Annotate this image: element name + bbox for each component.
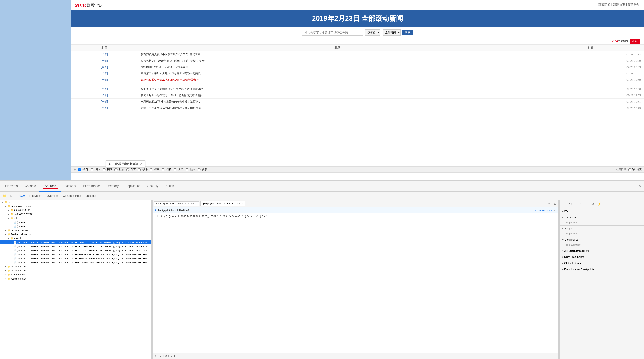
file-tree-item[interactable]: ▼📁news.sina.com.cn <box>0 204 151 208</box>
cat-society[interactable]: □社会 <box>114 168 124 171</box>
file-tree-item[interactable]: ▶📁d4.sina.com.cn <box>0 228 151 232</box>
tab-application[interactable]: Application <box>122 181 144 192</box>
xhr-breakpoints-header[interactable]: ▶ XHR/fetch Breakpoints <box>560 248 644 254</box>
news-cat[interactable]: [全部] <box>71 99 138 105</box>
prev-tab-button[interactable]: ‹‹ <box>548 202 550 206</box>
news-title[interactable]: 兴业矿业全资子公司银漫矿业发生20人遇难运输事故 <box>138 86 537 92</box>
tab-audits[interactable]: Audits <box>162 181 177 192</box>
cat-ent[interactable]: □娱乐 <box>138 168 148 171</box>
code-panel-expand-button[interactable]: ⊡ <box>554 202 557 206</box>
tab-sources[interactable]: Sources <box>39 181 61 192</box>
more-tabs-button[interactable]: ⋮ <box>632 183 636 189</box>
news-title[interactable]: "公摊面积"要取消了？这事儿没那么简单 <box>138 64 537 71</box>
cat-intl[interactable]: □国际 <box>102 168 112 171</box>
step-over-button[interactable]: ↷ <box>568 202 573 207</box>
toolbar-tab-content-scripts[interactable]: Content scripts <box>61 194 83 198</box>
settings-button[interactable]: ✕ <box>638 183 642 189</box>
pretty-show-link[interactable]: show <box>547 209 552 212</box>
code-tab-2-close[interactable]: ✕ <box>241 202 243 205</box>
pretty-never-link[interactable]: never <box>540 209 545 212</box>
news-title[interactable]: 锡林郭勒盟矿难致20人死30人伤 事故现场曝光(图) <box>138 77 537 83</box>
code-tab-1-close[interactable]: ✕ <box>195 203 197 205</box>
prev-day-link[interactable]: 往日回顾 <box>616 168 626 171</box>
refresh-button[interactable]: 刷新 <box>630 39 640 44</box>
cat-sports[interactable]: □体育 <box>126 168 136 171</box>
file-tree-item[interactable]: ▶📁268/2015/0112 <box>0 208 151 212</box>
watch-section-header[interactable]: ▶ Watch <box>560 208 644 214</box>
news-title[interactable]: 蔡奇第五次来到回天地区 与志愿者同劳动一起高歌 <box>138 71 537 77</box>
search-by-select[interactable]: 按标题 <box>365 29 380 36</box>
news-title[interactable]: 在迪士尼亚马逊围攻之下 Netflix能否稳住其市场地位 <box>138 92 537 99</box>
tab-security[interactable]: Security <box>144 181 162 192</box>
file-tree-item[interactable]: 📄get?pageid=153&lid=2509&k=&num=50&page=… <box>0 240 151 244</box>
news-title-link[interactable]: 一颗药丸卖11万 被抬上天价的安宫牛黄丸治百病？ <box>141 100 201 103</box>
cat-finance[interactable]: □财经 <box>174 168 183 171</box>
tab-elements[interactable]: Elements <box>2 181 21 192</box>
file-tree-item[interactable]: ▼📁api/roll <box>0 236 151 240</box>
toolbar-tab-overrides[interactable]: Overrides <box>45 194 60 198</box>
sina-nav-links[interactable]: 新浪新闻 | 新浪首页 | 新浪导航 <box>598 3 640 7</box>
scope-header[interactable]: ▼ Scope <box>560 226 644 231</box>
file-tree-item[interactable]: ▶📁n2.sinaimg.cn <box>0 277 151 281</box>
file-tree-item[interactable]: ▼📁top <box>0 200 151 204</box>
code-tab-2[interactable]: get?pageid=153&...=1550924012868 ✕ <box>200 201 245 206</box>
cat-military[interactable]: □军事 <box>150 168 160 171</box>
news-cat[interactable]: [全部] <box>71 52 138 58</box>
panel-menu-button[interactable]: ⋮ <box>637 193 642 198</box>
news-title-link[interactable]: 在迪士尼亚马逊围攻之下 Netflix能否稳住其市场地位 <box>141 94 203 97</box>
dom-breakpoints-header[interactable]: ▶ DOM Breakpoints <box>560 254 644 260</box>
tooltip-close-button[interactable]: ✕ <box>140 162 142 165</box>
file-tree-item[interactable]: ▼📁roll <box>0 216 151 220</box>
search-submit-button[interactable]: 搜索 <box>402 30 413 35</box>
sync-button[interactable]: ↻ <box>8 193 13 198</box>
file-tree-item[interactable]: 📄get?pageid=153&lid=2509&k=&num=50&page=… <box>0 244 151 248</box>
news-title-link[interactable]: 资管机构提醒:2019年 市场可能忽视了这个股票的机会 <box>141 59 205 62</box>
news-cat[interactable]: [全部] <box>71 64 138 71</box>
search-input[interactable] <box>302 30 364 36</box>
pause-exceptions-button[interactable]: ⚡ <box>596 202 602 207</box>
tab-memory[interactable]: Memory <box>104 181 122 192</box>
call-stack-header[interactable]: ▼ Call Stack <box>560 214 644 220</box>
code-tab-1[interactable]: get?pageid=153&...=1550924012865 ✕ <box>154 201 199 206</box>
news-title[interactable]: 一颗药丸卖11万 被抬上天价的安宫牛黄丸治百病？ <box>138 99 537 105</box>
new-folder-button[interactable]: 📁 <box>2 193 8 198</box>
file-tree-item[interactable]: ▶📁n.sinaimg.cn <box>0 273 151 277</box>
auto-hide[interactable]: 自动隐藏 <box>628 168 642 171</box>
file-tree-item[interactable]: 📄(index) <box>0 220 151 224</box>
news-title[interactable]: 内蒙一矿企事故20人遇难 事发地景金属矿山斜拉道 <box>138 105 537 111</box>
step-button[interactable]: → <box>584 202 589 207</box>
cat-tech[interactable]: □科技 <box>162 168 172 171</box>
file-tree-item[interactable]: ▶📁i0.sinaimg.cn <box>0 264 151 269</box>
cat-us-stock[interactable]: □美股 <box>198 168 207 171</box>
news-cat[interactable]: [全部] <box>71 77 138 83</box>
file-tree-item[interactable]: 📄get?pageid=153&lid=2509&k=&num=50&page=… <box>0 248 151 252</box>
file-tree-item[interactable]: 📄(index) <box>0 224 151 228</box>
news-title-link[interactable]: 教育部负责人就《中国教育现代化2035》答记者问 <box>141 53 200 56</box>
news-title[interactable]: 教育部负责人就《中国教育现代化2035》答记者问 <box>138 52 537 58</box>
file-tree-item[interactable]: 📄get?pageid=153&lid=2509&k=&num=50&page=… <box>0 252 151 256</box>
pause-button[interactable]: ⏸ <box>562 202 567 207</box>
event-breakpoints-header[interactable]: ▶ Event Listener Breakpoints <box>560 266 644 272</box>
file-tree-item[interactable]: 📄get?pageid=153&lid=2509&k=&num=50&page=… <box>0 256 151 260</box>
news-title[interactable]: 资管机构提醒:2019年 市场可能忽视了这个股票的机会 <box>138 58 537 64</box>
tab-performance[interactable]: Performance <box>80 181 104 192</box>
news-title-link[interactable]: "公摊面积"要取消了？这事儿没那么简单 <box>141 66 188 69</box>
news-cat[interactable]: [全部] <box>71 92 138 99</box>
deactivate-breakpoints-button[interactable]: ⊘ <box>590 202 595 207</box>
news-cat[interactable]: [全部] <box>71 71 138 77</box>
toolbar-tab-filesystem[interactable]: Filesystem <box>28 194 44 198</box>
tab-console[interactable]: Console <box>21 181 40 192</box>
cat-stock[interactable]: □股市 <box>186 168 195 171</box>
news-title-link[interactable]: 兴业矿业全资子公司银漫矿业发生20人遇难运输事故 <box>141 87 203 90</box>
file-tree-item[interactable]: 📄get?pageid=153&lid=2509&k=&num=50&page=… <box>0 260 151 264</box>
next-tab-button[interactable]: › <box>551 202 553 206</box>
step-out-button[interactable]: ↑ <box>579 202 582 207</box>
news-title-link[interactable]: 锡林郭勒盟矿难致20人死30人伤 事故现场曝光(图) <box>141 78 200 81</box>
global-listeners-header[interactable]: ▶ Global Listeners <box>560 260 644 266</box>
cat-domestic[interactable]: □国内 <box>91 168 100 171</box>
news-cat[interactable]: [全部] <box>71 105 138 111</box>
breakpoints-header[interactable]: ▼ Breakpoints <box>560 237 644 243</box>
step-into-button[interactable]: ↓ <box>574 202 578 207</box>
news-title-link[interactable]: 内蒙一矿企事故20人遇难 事发地景金属矿山斜拉道 <box>141 106 201 109</box>
news-cat[interactable]: [全部] <box>71 58 138 64</box>
